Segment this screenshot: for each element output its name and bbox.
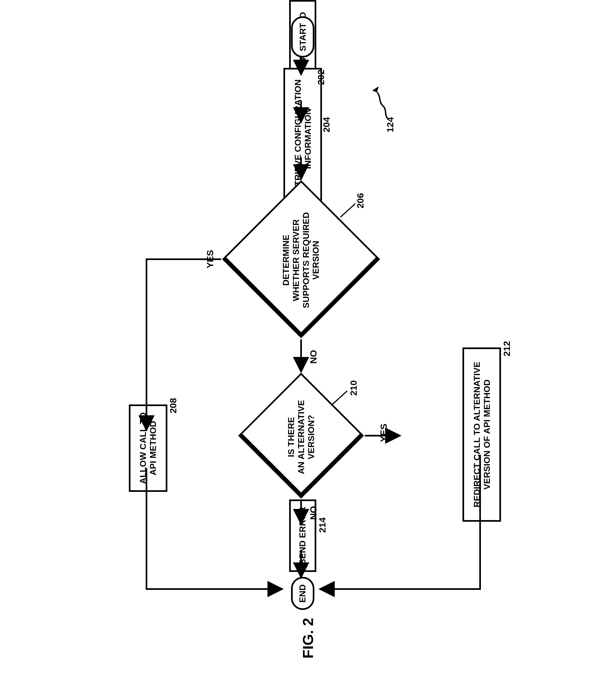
start-label: START xyxy=(298,23,308,51)
flowchart-canvas: START RECEIVE A CALL FOR API METHOD RETR… xyxy=(0,0,616,674)
edge-206-yes: YES xyxy=(205,250,215,268)
ref-208: 208 xyxy=(168,398,178,414)
ref-210: 210 xyxy=(348,380,359,396)
decision-210: IS THEREAN ALTERNATIVEVERSION? xyxy=(237,372,365,499)
ref-204: 204 xyxy=(321,117,332,132)
edge-210-yes: YES xyxy=(378,424,389,442)
ref-124: 124 xyxy=(385,117,396,132)
edge-210-no: NO xyxy=(308,506,319,520)
figure-label: FIG. 2 xyxy=(299,618,316,659)
ref-202: 202 xyxy=(316,70,326,85)
start-terminator: START xyxy=(291,16,314,58)
ref-206: 206 xyxy=(355,193,366,209)
decision-206-text: DETERMINEWHETHER SERVERSUPPORTS REQUIRED… xyxy=(281,191,321,330)
end-label: END xyxy=(298,584,308,602)
decision-210-text: IS THEREAN ALTERNATIVEVERSION? xyxy=(286,379,316,495)
end-terminator: END xyxy=(291,577,314,610)
ref-212: 212 xyxy=(501,341,512,356)
edge-206-no: NO xyxy=(308,350,319,364)
